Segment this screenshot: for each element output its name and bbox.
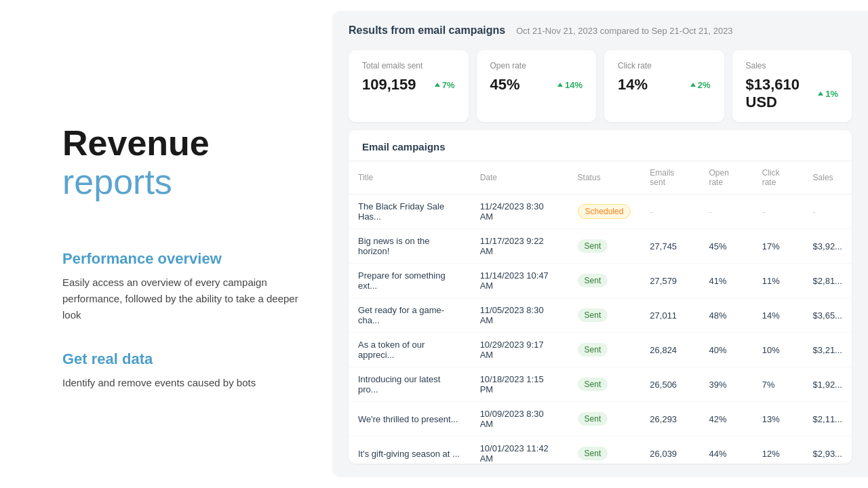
- stat-value-0: 109,159: [362, 76, 416, 94]
- campaign-title-4: As a token of our appreci...: [349, 333, 471, 367]
- table-row[interactable]: It's gift-giving season at ...10/01/2023…: [349, 436, 852, 464]
- campaign-sales-2: $2,81...: [804, 264, 852, 298]
- table-row[interactable]: Get ready for a game-cha...11/05/2023 8:…: [349, 298, 852, 333]
- campaign-sales-3: $3,65...: [804, 298, 852, 333]
- campaign-emails-sent-7: 26,039: [640, 436, 699, 464]
- status-badge-4: Sent: [578, 343, 608, 357]
- campaign-date-5: 10/18/2023 1:15 PM: [471, 367, 568, 402]
- campaign-status-1: Sent: [568, 229, 641, 264]
- campaign-emails-sent-1: 27,745: [640, 229, 699, 264]
- campaign-date-1: 11/17/2023 9:22 AM: [471, 229, 568, 264]
- stat-label-0: Total emails sent: [362, 61, 455, 70]
- results-title: Results from email campaigns: [349, 24, 505, 37]
- arrow-up-icon-2: [690, 83, 696, 87]
- hero-title-part2: reports: [62, 162, 172, 201]
- stat-card-2: Click rate 14% 2%: [604, 50, 724, 122]
- stat-change-0: 7%: [435, 80, 455, 90]
- campaign-click-rate-2: 11%: [753, 264, 804, 298]
- stat-change-2: 2%: [690, 80, 711, 90]
- campaign-sales-7: $2,93...: [804, 436, 852, 464]
- stat-card-3: Sales $13,610 USD 1%: [732, 50, 852, 122]
- results-header: Results from email campaigns Oct 21-Nov …: [332, 24, 868, 42]
- section-performance-desc: Easily access an overview of every campa…: [62, 274, 305, 323]
- campaign-title-5: Introducing our latest pro...: [349, 367, 471, 402]
- campaign-date-4: 10/29/2023 9:17 AM: [471, 333, 568, 367]
- status-badge-1: Sent: [578, 239, 608, 253]
- campaigns-table-container: TitleDateStatusEmails sentOpen rateClick…: [349, 161, 852, 464]
- campaign-sales-1: $3,92...: [804, 229, 852, 264]
- campaign-status-6: Sent: [568, 402, 641, 436]
- campaign-status-2: Sent: [568, 264, 641, 298]
- campaign-click-rate-1: 17%: [753, 229, 804, 264]
- campaign-sales-0: -: [804, 195, 852, 229]
- table-row[interactable]: Big news is on the horizon!11/17/2023 9:…: [349, 229, 852, 264]
- col-header-open-rate: Open rate: [699, 161, 752, 195]
- stat-value-1: 45%: [490, 76, 520, 94]
- right-panel: Results from email campaigns Oct 21-Nov …: [332, 11, 868, 477]
- campaign-sales-6: $2,11...: [804, 402, 852, 436]
- status-badge-0: Scheduled: [578, 204, 631, 219]
- campaign-title-3: Get ready for a game-cha...: [349, 298, 471, 333]
- campaign-title-6: We're thrilled to present...: [349, 402, 471, 436]
- stat-value-3: $13,610 USD: [746, 76, 818, 111]
- table-row[interactable]: The Black Friday Sale Has...11/24/2023 8…: [349, 195, 852, 229]
- stats-row: Total emails sent 109,159 7% Open rate 4…: [332, 50, 868, 122]
- stat-label-3: Sales: [746, 61, 839, 70]
- col-header-click-rate: Click rate: [753, 161, 804, 195]
- campaign-emails-sent-0: -: [640, 195, 699, 229]
- campaign-title-0: The Black Friday Sale Has...: [349, 195, 471, 229]
- campaign-open-rate-4: 40%: [699, 333, 752, 367]
- campaign-click-rate-3: 14%: [753, 298, 804, 333]
- campaign-open-rate-6: 42%: [699, 402, 752, 436]
- campaign-date-6: 10/09/2023 8:30 AM: [471, 402, 568, 436]
- campaign-open-rate-7: 44%: [699, 436, 752, 464]
- stat-change-3: 1%: [818, 89, 838, 99]
- hero-title: Revenue reports: [62, 124, 305, 201]
- table-row[interactable]: Prepare for something ext...11/14/2023 1…: [349, 264, 852, 298]
- campaign-click-rate-6: 13%: [753, 402, 804, 436]
- campaign-status-4: Sent: [568, 333, 641, 367]
- stat-label-1: Open rate: [490, 61, 583, 70]
- col-header-title: Title: [349, 161, 471, 195]
- campaign-emails-sent-2: 27,579: [640, 264, 699, 298]
- col-header-date: Date: [471, 161, 568, 195]
- section-real-data: Get real data Identify and remove events…: [62, 350, 305, 391]
- section-real-data-title: Get real data: [62, 350, 305, 368]
- stat-value-2: 14%: [618, 76, 648, 94]
- campaign-status-5: Sent: [568, 367, 641, 402]
- campaign-emails-sent-5: 26,506: [640, 367, 699, 402]
- campaign-open-rate-5: 39%: [699, 367, 752, 402]
- status-badge-5: Sent: [578, 378, 608, 391]
- section-real-data-desc: Identify and remove events caused by bot…: [62, 375, 305, 391]
- status-badge-7: Sent: [578, 447, 608, 460]
- campaign-emails-sent-6: 26,293: [640, 402, 699, 436]
- status-badge-3: Sent: [578, 308, 608, 322]
- campaign-status-7: Sent: [568, 436, 641, 464]
- campaign-date-3: 11/05/2023 8:30 AM: [471, 298, 568, 333]
- arrow-up-icon-0: [435, 83, 440, 87]
- campaigns-section: Email campaigns TitleDateStatusEmails se…: [349, 130, 852, 464]
- table-row[interactable]: As a token of our appreci...10/29/2023 9…: [349, 333, 852, 367]
- table-row[interactable]: We're thrilled to present...10/09/2023 8…: [349, 402, 852, 436]
- campaigns-title: Email campaigns: [349, 130, 852, 161]
- section-performance-title: Performance overview: [62, 250, 305, 268]
- status-badge-6: Sent: [578, 412, 608, 426]
- campaign-title-1: Big news is on the horizon!: [349, 229, 471, 264]
- campaign-click-rate-0: -: [753, 195, 804, 229]
- stat-card-0: Total emails sent 109,159 7%: [349, 50, 469, 122]
- stat-card-1: Open rate 45% 14%: [477, 50, 597, 122]
- arrow-up-icon-3: [818, 92, 823, 96]
- campaign-title-2: Prepare for something ext...: [349, 264, 471, 298]
- status-badge-2: Sent: [578, 274, 608, 287]
- stat-label-2: Click rate: [618, 61, 711, 70]
- arrow-up-icon-1: [557, 83, 563, 87]
- table-row[interactable]: Introducing our latest pro...10/18/2023 …: [349, 367, 852, 402]
- col-header-emails-sent: Emails sent: [640, 161, 699, 195]
- campaign-title-7: It's gift-giving season at ...: [349, 436, 471, 464]
- campaign-date-0: 11/24/2023 8:30 AM: [471, 195, 568, 229]
- campaign-open-rate-0: -: [699, 195, 752, 229]
- section-performance: Performance overview Easily access an ov…: [62, 250, 305, 323]
- col-header-status: Status: [568, 161, 641, 195]
- campaign-status-0: Scheduled: [568, 195, 641, 229]
- results-date: Oct 21-Nov 21, 2023 compared to Sep 21-O…: [516, 26, 732, 36]
